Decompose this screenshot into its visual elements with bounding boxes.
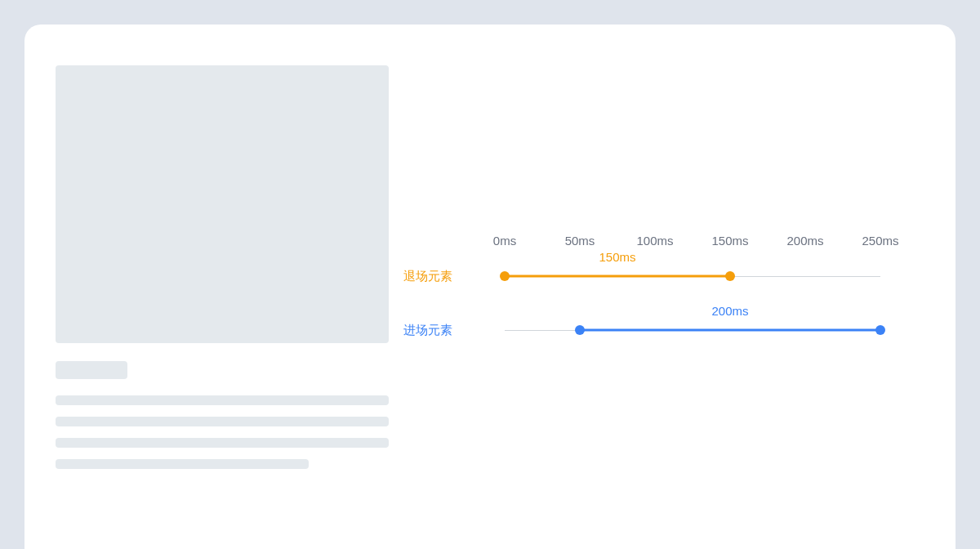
placeholder-lines xyxy=(56,361,369,469)
tick-label: 200ms xyxy=(786,234,823,248)
enter-row: 进场元素 200ms xyxy=(399,322,944,338)
right-panel: 0ms 50ms 100ms 150ms 200ms 250ms 退场元素 15… xyxy=(384,25,956,549)
tick-label: 100ms xyxy=(636,234,673,248)
left-panel xyxy=(24,25,384,549)
exit-end-dot xyxy=(725,271,735,281)
tick-label: 50ms xyxy=(565,234,595,248)
placeholder-line xyxy=(56,459,309,469)
exit-label: 退场元素 xyxy=(399,269,505,284)
tick-label: 250ms xyxy=(862,234,898,248)
exit-duration-label: 150ms xyxy=(599,250,635,264)
placeholder-line xyxy=(56,417,389,426)
exit-start-dot xyxy=(500,271,510,281)
enter-timeline: 200ms xyxy=(505,322,944,338)
diagram-container: 0ms 50ms 100ms 150ms 200ms 250ms 退场元素 15… xyxy=(24,25,956,549)
enter-end-dot xyxy=(875,325,885,335)
placeholder-image xyxy=(56,65,389,343)
exit-timeline: 150ms xyxy=(505,268,944,284)
tick-label: 150ms xyxy=(711,234,748,248)
tick-label: 0ms xyxy=(493,234,516,248)
exit-row: 退场元素 150ms xyxy=(399,268,944,284)
placeholder-line xyxy=(56,438,389,448)
placeholder-line xyxy=(56,395,389,405)
placeholder-line xyxy=(56,361,127,379)
enter-duration-label: 200ms xyxy=(711,304,748,318)
enter-label: 进场元素 xyxy=(399,323,505,338)
enter-start-dot xyxy=(575,325,585,335)
exit-bar xyxy=(505,275,730,278)
enter-bar xyxy=(580,329,880,332)
